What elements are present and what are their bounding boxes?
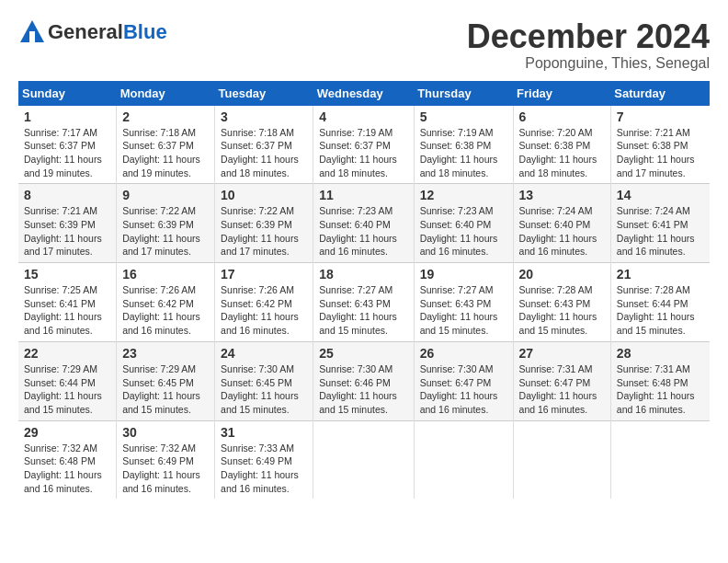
day-number: 31: [221, 425, 309, 440]
day-number: 20: [519, 267, 607, 282]
calendar-cell: 31Sunrise: 7:33 AMSunset: 6:49 PMDayligh…: [215, 420, 313, 499]
day-number: 3: [221, 109, 309, 124]
day-info: Sunrise: 7:30 AMSunset: 6:46 PMDaylight:…: [319, 362, 409, 417]
day-number: 7: [617, 109, 706, 124]
day-info: Sunrise: 7:27 AMSunset: 6:43 PMDaylight:…: [420, 283, 509, 338]
day-number: 4: [319, 109, 409, 124]
logo: GeneralBlue: [18, 18, 167, 46]
page-header: GeneralBlue December 2024 Poponguine, Th…: [18, 18, 710, 72]
calendar-cell: 24Sunrise: 7:30 AMSunset: 6:45 PMDayligh…: [215, 341, 313, 420]
calendar-week-row: 8Sunrise: 7:21 AMSunset: 6:39 PMDaylight…: [18, 184, 710, 263]
calendar-cell: [313, 420, 414, 499]
calendar-cell: 4Sunrise: 7:19 AMSunset: 6:37 PMDaylight…: [313, 106, 414, 184]
day-info: Sunrise: 7:26 AMSunset: 6:42 PMDaylight:…: [221, 283, 309, 338]
calendar-cell: 19Sunrise: 7:27 AMSunset: 6:43 PMDayligh…: [414, 263, 513, 342]
calendar-cell: 23Sunrise: 7:29 AMSunset: 6:45 PMDayligh…: [117, 341, 215, 420]
day-number: 2: [122, 109, 210, 124]
day-number: 6: [519, 109, 607, 124]
day-number: 5: [420, 109, 509, 124]
calendar-week-row: 29Sunrise: 7:32 AMSunset: 6:48 PMDayligh…: [18, 420, 710, 499]
days-header-row: SundayMondayTuesdayWednesdayThursdayFrid…: [18, 81, 710, 106]
calendar-cell: 9Sunrise: 7:22 AMSunset: 6:39 PMDaylight…: [117, 184, 215, 263]
day-info: Sunrise: 7:25 AMSunset: 6:41 PMDaylight:…: [24, 283, 112, 338]
calendar-cell: 6Sunrise: 7:20 AMSunset: 6:38 PMDaylight…: [513, 106, 610, 184]
calendar-cell: 13Sunrise: 7:24 AMSunset: 6:40 PMDayligh…: [513, 184, 610, 263]
calendar-cell: 7Sunrise: 7:21 AMSunset: 6:38 PMDaylight…: [610, 106, 710, 184]
day-header-tuesday: Tuesday: [215, 81, 313, 106]
day-info: Sunrise: 7:26 AMSunset: 6:42 PMDaylight:…: [122, 283, 210, 338]
calendar-cell: 27Sunrise: 7:31 AMSunset: 6:47 PMDayligh…: [513, 341, 610, 420]
calendar-cell: 25Sunrise: 7:30 AMSunset: 6:46 PMDayligh…: [313, 341, 414, 420]
day-number: 10: [221, 188, 309, 202]
logo-icon: [18, 18, 46, 46]
calendar-cell: 30Sunrise: 7:32 AMSunset: 6:49 PMDayligh…: [117, 420, 215, 499]
day-header-thursday: Thursday: [414, 81, 513, 106]
calendar-cell: [610, 420, 710, 499]
calendar-table: SundayMondayTuesdayWednesdayThursdayFrid…: [18, 81, 710, 500]
day-number: 30: [122, 425, 210, 440]
calendar-week-row: 22Sunrise: 7:29 AMSunset: 6:44 PMDayligh…: [18, 341, 710, 420]
calendar-cell: 3Sunrise: 7:18 AMSunset: 6:37 PMDaylight…: [215, 106, 313, 184]
calendar-cell: 22Sunrise: 7:29 AMSunset: 6:44 PMDayligh…: [18, 341, 117, 420]
logo-general-text: General: [48, 20, 123, 43]
title-area: December 2024 Poponguine, Thies, Senegal: [467, 18, 710, 72]
calendar-cell: 21Sunrise: 7:28 AMSunset: 6:44 PMDayligh…: [610, 263, 710, 342]
day-info: Sunrise: 7:29 AMSunset: 6:45 PMDaylight:…: [122, 362, 210, 417]
day-number: 12: [420, 188, 509, 202]
calendar-cell: 5Sunrise: 7:19 AMSunset: 6:38 PMDaylight…: [414, 106, 513, 184]
day-info: Sunrise: 7:20 AMSunset: 6:38 PMDaylight:…: [519, 126, 607, 180]
calendar-cell: 12Sunrise: 7:23 AMSunset: 6:40 PMDayligh…: [414, 184, 513, 263]
day-info: Sunrise: 7:30 AMSunset: 6:45 PMDaylight:…: [221, 362, 309, 417]
day-number: 8: [24, 188, 112, 202]
day-info: Sunrise: 7:30 AMSunset: 6:47 PMDaylight:…: [420, 362, 509, 417]
calendar-cell: 26Sunrise: 7:30 AMSunset: 6:47 PMDayligh…: [414, 341, 513, 420]
day-number: 16: [122, 267, 210, 282]
calendar-cell: 14Sunrise: 7:24 AMSunset: 6:41 PMDayligh…: [610, 184, 710, 263]
day-number: 21: [617, 267, 706, 282]
day-number: 15: [24, 267, 112, 282]
day-info: Sunrise: 7:19 AMSunset: 6:38 PMDaylight:…: [420, 126, 509, 180]
day-info: Sunrise: 7:27 AMSunset: 6:43 PMDaylight:…: [319, 283, 409, 338]
day-number: 24: [221, 346, 309, 361]
day-info: Sunrise: 7:22 AMSunset: 6:39 PMDaylight:…: [221, 204, 309, 259]
day-info: Sunrise: 7:21 AMSunset: 6:39 PMDaylight:…: [24, 204, 112, 259]
day-info: Sunrise: 7:23 AMSunset: 6:40 PMDaylight:…: [319, 204, 409, 259]
calendar-cell: 15Sunrise: 7:25 AMSunset: 6:41 PMDayligh…: [18, 263, 117, 342]
day-info: Sunrise: 7:29 AMSunset: 6:44 PMDaylight:…: [24, 362, 112, 417]
day-number: 22: [24, 346, 112, 361]
day-number: 11: [319, 188, 409, 202]
day-number: 9: [122, 188, 210, 202]
day-number: 28: [617, 346, 706, 361]
day-number: 25: [319, 346, 409, 361]
day-info: Sunrise: 7:24 AMSunset: 6:40 PMDaylight:…: [519, 204, 607, 259]
day-info: Sunrise: 7:19 AMSunset: 6:37 PMDaylight:…: [319, 126, 409, 180]
calendar-cell: 2Sunrise: 7:18 AMSunset: 6:37 PMDaylight…: [117, 106, 215, 184]
day-header-saturday: Saturday: [610, 81, 710, 106]
calendar-cell: 8Sunrise: 7:21 AMSunset: 6:39 PMDaylight…: [18, 184, 117, 263]
day-info: Sunrise: 7:31 AMSunset: 6:48 PMDaylight:…: [617, 362, 706, 417]
day-info: Sunrise: 7:28 AMSunset: 6:44 PMDaylight:…: [617, 283, 706, 338]
svg-rect-1: [29, 31, 35, 42]
day-header-friday: Friday: [513, 81, 610, 106]
calendar-cell: 29Sunrise: 7:32 AMSunset: 6:48 PMDayligh…: [18, 420, 117, 499]
calendar-cell: [513, 420, 610, 499]
day-number: 1: [24, 109, 112, 124]
day-number: 17: [221, 267, 309, 282]
day-number: 18: [319, 267, 409, 282]
day-header-wednesday: Wednesday: [313, 81, 414, 106]
calendar-cell: 17Sunrise: 7:26 AMSunset: 6:42 PMDayligh…: [215, 263, 313, 342]
logo-blue-text: Blue: [123, 20, 167, 43]
day-header-sunday: Sunday: [18, 81, 117, 106]
day-info: Sunrise: 7:23 AMSunset: 6:40 PMDaylight:…: [420, 204, 509, 259]
day-number: 14: [617, 188, 706, 202]
day-info: Sunrise: 7:31 AMSunset: 6:47 PMDaylight:…: [519, 362, 607, 417]
day-number: 27: [519, 346, 607, 361]
day-info: Sunrise: 7:18 AMSunset: 6:37 PMDaylight:…: [221, 126, 309, 180]
calendar-cell: 1Sunrise: 7:17 AMSunset: 6:37 PMDaylight…: [18, 106, 117, 184]
day-info: Sunrise: 7:22 AMSunset: 6:39 PMDaylight:…: [122, 204, 210, 259]
calendar-week-row: 15Sunrise: 7:25 AMSunset: 6:41 PMDayligh…: [18, 263, 710, 342]
calendar-cell: 28Sunrise: 7:31 AMSunset: 6:48 PMDayligh…: [610, 341, 710, 420]
month-title: December 2024: [467, 18, 710, 55]
calendar-week-row: 1Sunrise: 7:17 AMSunset: 6:37 PMDaylight…: [18, 106, 710, 184]
day-number: 26: [420, 346, 509, 361]
